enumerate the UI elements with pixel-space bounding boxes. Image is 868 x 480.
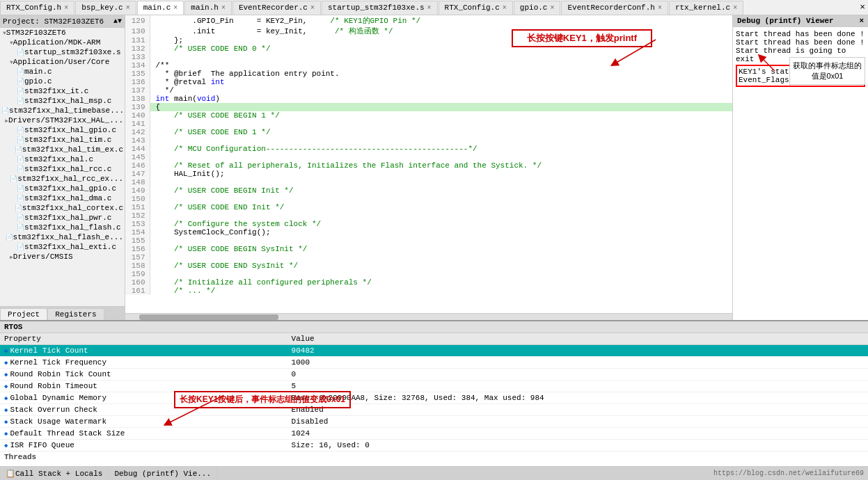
tree-item[interactable]: 📄 stm32f1xx_hal_pwr.c [0,213,125,223]
tab-startup[interactable]: startup_stm32f103xe.s × [322,1,438,15]
tree-item[interactable]: 📄 stm32f1xx_hal_msp.c [0,96,125,106]
code-line: 155 [125,237,732,245]
code-line: 135 * @brief The application entry point… [125,70,732,78]
tree-item[interactable]: 📄 stm32f1xx_hal_gpio.c [0,125,125,135]
rtos-row[interactable]: ◆ISR FIFO QueueSize: 16, Used: 0 [0,440,868,451]
code-line: 138int main(void) [125,95,732,103]
code-line: 129 .GPIO_Pin = KEY2_Pin, /* KEY1的GPIO P… [125,15,732,26]
tab-event-recorder-c[interactable]: EventRecorder.c × [232,1,321,15]
rtos-row[interactable]: ◆Stack Usage WatermarkDisabled [0,416,868,428]
close-icon[interactable]: × [658,4,662,12]
code-line: 141 [125,120,732,128]
debug-panel: Debug (printf) Viewer × Start thread has… [732,15,868,320]
tree-item[interactable]: 📄 stm32f1xx_hal_timebase... [0,106,125,115]
rtos-row[interactable]: ◆Global Dynamic MemoryBase: 0x20000AA8, … [0,392,868,404]
close-icon[interactable]: × [126,4,130,12]
tree-item[interactable]: 📄 stm32f1xx_hal_rcc_ex... [0,174,125,184]
rtos-row[interactable]: ◆Default Thread Stack Size1024 [0,428,868,440]
tree-item[interactable]: 📄 stm32f1xx_hal_tim_ex.c [0,145,125,154]
tree-item[interactable]: ▶ Drivers/CMSIS [0,252,125,262]
code-line: 142 /* USER CODE END 1 */ [125,128,732,136]
close-icon[interactable]: × [733,4,737,12]
close-debug-icon[interactable]: × [859,17,864,25]
close-icon[interactable]: × [427,4,432,12]
debug-line: Event_Flags1 is 1. [739,76,862,84]
code-area[interactable]: 129 .GPIO_Pin = KEY2_Pin, /* KEY1的GPIO P… [125,15,732,313]
close-icon[interactable]: × [64,4,68,12]
code-line: 156 /* USER CODE BEGIN SysInit */ [125,245,732,253]
tab-event-recorder-conf[interactable]: EventRecorderConf.h × [561,1,668,15]
close-icon[interactable]: × [173,4,177,12]
rtos-table-container[interactable]: Property Value ◆Kernel Tick Count90482◆K… [0,333,868,466]
call-stack-bar: 📋 Call Stack + Locals Debug (printf) Vie… [0,466,868,480]
tree-item[interactable]: ▼ Application/MDK-ARM [0,38,125,47]
tree-item[interactable]: 📄 stm32f1xx_hal_flash.c [0,223,125,232]
tree-item[interactable]: ▼ Application/User/Core [0,57,125,67]
debug-line: KEY1's status is KEY_LONG! [739,67,862,76]
code-line: 143 [125,136,732,145]
close-window-button[interactable]: × [857,1,868,14]
debug-line: Start thread is going to exit ! [736,47,865,63]
tab-gpio[interactable]: gpio.c × [514,1,561,15]
debug-output: Start thread has been done !Start thread… [733,27,868,320]
close-icon[interactable]: × [550,4,554,12]
close-icon[interactable]: × [221,4,226,12]
tab-project[interactable]: Project [0,308,47,320]
tab-main-c[interactable]: main.c × [137,1,184,15]
code-line: 145 [125,153,732,161]
code-line: 133 [125,53,732,61]
code-line: 149 /* USER CODE BEGIN Init */ [125,186,732,195]
file-tree-panel: Project: STM32F103ZET6 ▲▼ ▼ STM32F103ZET… [0,15,125,320]
code-line: 153 /* Configure the system clock */ [125,220,732,228]
col-property: Property [0,333,287,345]
code-line: 150 [125,195,732,203]
debug-panel-header: Debug (printf) Viewer × [733,15,868,27]
tab-bar: RTX_Config.h × bsp_key.c × main.c × main… [0,0,868,15]
tab-rtx-config[interactable]: RTX_Config.h × [0,1,74,15]
tree-item[interactable]: 📄 gpio.c [0,77,125,86]
code-line: 130 .init = key_Init, /* 构造函数 */ [125,26,732,36]
tree-content[interactable]: ▼ STM32F103ZET6▼ Application/MDK-ARM📄 st… [0,28,125,306]
code-line: 158 /* USER CODE END SysInit */ [125,262,732,270]
debug-printf-tab[interactable]: Debug (printf) Vie... [109,467,217,480]
tree-header: Project: STM32F103ZET6 ▲▼ [0,15,125,28]
tab-registers[interactable]: Registers [47,308,104,320]
tree-item[interactable]: 📄 stm32f1xx_hal_dma.c [0,193,125,203]
tree-item[interactable]: 📄 main.c [0,67,125,77]
tree-item[interactable]: 📄 stm32f1xx_hal_gpio.c [0,184,125,193]
tree-item[interactable]: 📄 stm32f1xx_hal_exti.c [0,242,125,252]
rtos-row[interactable]: ◆Round Robin Timeout5 [0,381,868,392]
call-stack-tab[interactable]: 📋 Call Stack + Locals [0,467,109,480]
threads-section: Threads [0,451,868,463]
tree-item[interactable]: 📄 stm32f1xx_hal_cortex.c [0,203,125,213]
tab-bsp-key[interactable]: bsp_key.c × [75,1,136,15]
tab-rtx-kernel[interactable]: rtx_kernel.c × [669,1,743,15]
rtos-row[interactable]: ◆Stack Overrun CheckEnabled [0,404,868,416]
code-line: 160 /* Initialize all configured periphe… [125,278,732,287]
tab-rtx-config-c[interactable]: RTX_Config.c × [439,1,513,15]
code-line: 132 /* USER CODE END 0 */ [125,45,732,53]
tree-item[interactable]: 📄 stm32f1xx_hal_rcc.c [0,164,125,174]
col-value: Value [287,333,868,345]
rtos-row[interactable]: ◆Kernel Tick Count90482 [0,345,868,357]
tab-main-h[interactable]: main.h × [184,1,232,15]
code-line: 136 * @retval int [125,78,732,86]
tree-item[interactable]: 📄 stm32f1xx_hal_flash_e... [0,232,125,242]
tree-item[interactable]: ▼ STM32F103ZET6 [0,28,125,38]
horizontal-scrollbar[interactable] [125,313,732,320]
rtos-row[interactable]: ◆Kernel Tick Frequency1000 [0,357,868,369]
rtos-content: Property Value ◆Kernel Tick Count90482◆K… [0,333,868,466]
close-icon[interactable]: × [503,4,507,12]
tree-item[interactable]: 📄 stm32f1xx_it.c [0,86,125,96]
code-line: 159 [125,270,732,278]
tree-item[interactable]: 📄 startup_stm32f103xe.s [0,47,125,57]
close-icon[interactable]: × [310,4,315,12]
tree-item[interactable]: 📄 stm32f1xx_hal_tim.c [0,135,125,145]
code-line: 139{ [125,103,732,111]
code-line: 157 [125,253,732,262]
code-line: 146 /* Reset of all peripherals, Initial… [125,161,732,170]
tree-item[interactable]: ▶ Drivers/STM32F1xx_HAL_... [0,115,125,125]
event-flags-label: Event Flags [3,465,865,466]
rtos-row[interactable]: ◆Round Robin Tick Count0 [0,369,868,381]
tree-item[interactable]: 📄 stm32f1xx_hal.c [0,154,125,164]
